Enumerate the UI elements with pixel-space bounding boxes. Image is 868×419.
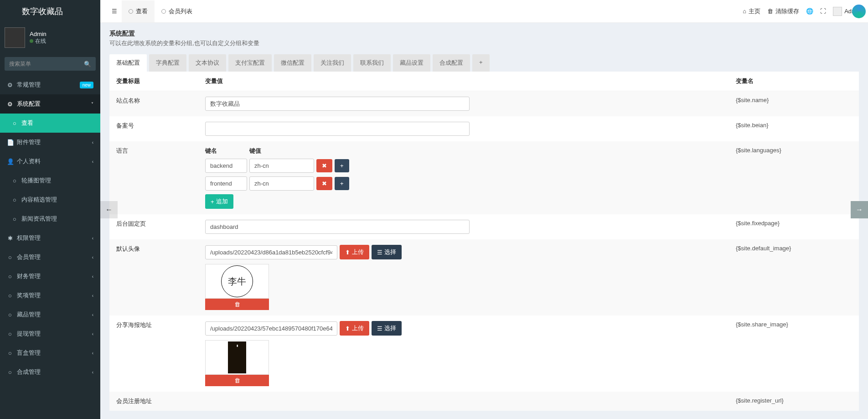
sidebar-item-8[interactable]: ✱权限管理‹	[0, 228, 100, 248]
user-avatar[interactable]	[5, 27, 25, 48]
sidebar-item-15[interactable]: ○合成管理‹	[0, 362, 100, 382]
row-fixedpage-var: {$site.fixedpage}	[731, 214, 859, 239]
header-name: 变量名	[731, 72, 859, 91]
search-icon[interactable]: 🔍	[84, 61, 91, 67]
user-panel: Admin 在线	[0, 23, 100, 52]
sidebar-item-5[interactable]: ○轮播图管理	[0, 171, 100, 190]
select-button[interactable]: ☰选择	[372, 321, 402, 336]
chevron-icon: ‹	[92, 236, 93, 241]
config-tab-7[interactable]: 藏品设置	[393, 54, 430, 72]
clear-cache-link[interactable]: 🗑清除缓存	[767, 7, 799, 16]
language-icon[interactable]: 🌐	[806, 8, 813, 15]
config-tab-5[interactable]: 关注我们	[314, 54, 351, 72]
row-default-image-label: 默认头像	[109, 239, 201, 316]
prev-arrow[interactable]: ←	[100, 201, 118, 218]
plus-icon: +	[340, 162, 344, 169]
sidebar-item-12[interactable]: ○藏品管理‹	[0, 305, 100, 324]
home-icon: ⌂	[743, 8, 746, 15]
menu-label: 藏品管理	[17, 310, 41, 319]
menu-search: 🔍	[5, 57, 96, 71]
menu-label: 内容精选管理	[21, 196, 57, 204]
menu-icon: ○	[11, 177, 18, 184]
delete-image-button[interactable]: 🗑	[205, 375, 269, 386]
menu-label: 会员管理	[17, 253, 41, 261]
menu-search-input[interactable]	[5, 57, 96, 71]
config-tab-0[interactable]: 基础配置	[109, 54, 147, 72]
debug-icon[interactable]	[852, 5, 866, 18]
select-button[interactable]: ☰选择	[372, 245, 402, 259]
hamburger-icon[interactable]: ☰	[107, 8, 122, 15]
sidebar-item-7[interactable]: ○新闻资讯管理	[0, 209, 100, 228]
menu-icon: 📄	[7, 139, 13, 146]
kv-remove-button[interactable]: ✖	[316, 177, 332, 190]
default-image-input[interactable]	[205, 245, 337, 259]
append-button[interactable]: +追加	[205, 194, 233, 209]
sidebar-item-1[interactable]: ⚙系统配置˅	[0, 94, 100, 114]
chevron-icon: ‹	[92, 140, 93, 145]
kv-remove-button[interactable]: ✖	[316, 159, 332, 172]
top-tab-0[interactable]: 查看	[122, 0, 155, 22]
config-tab-8[interactable]: 合成配置	[433, 54, 470, 72]
config-tab-2[interactable]: 文本协议	[189, 54, 226, 72]
plus-icon: +	[340, 180, 344, 187]
kv-val-input[interactable]	[249, 159, 314, 173]
home-link[interactable]: ⌂主页	[743, 7, 760, 16]
user-status: 在线	[30, 37, 46, 45]
circle-icon	[161, 9, 166, 14]
menu-label: 奖项管理	[17, 291, 41, 300]
fullscreen-icon[interactable]: ⛶	[820, 8, 826, 15]
site-name-input[interactable]	[205, 97, 470, 111]
delete-image-button[interactable]: 🗑	[205, 299, 269, 310]
kv-row: ✖+	[205, 176, 727, 191]
share-image-thumb[interactable]: ▮	[205, 340, 269, 375]
upload-icon: ⬆	[345, 325, 350, 332]
fixedpage-input[interactable]	[205, 220, 470, 234]
config-tab-4[interactable]: 微信配置	[274, 54, 311, 72]
menu-icon: ⚙	[7, 82, 13, 88]
sidebar-item-2[interactable]: ○查看	[0, 114, 100, 133]
kv-add-button[interactable]: +	[335, 159, 349, 172]
menu-icon: ○	[11, 216, 18, 222]
row-site-name-label: 站点名称	[109, 91, 201, 117]
default-image-thumb[interactable]: 李牛	[205, 264, 269, 299]
kv-add-button[interactable]: +	[335, 177, 349, 190]
config-tab-3[interactable]: 支付宝配置	[228, 54, 272, 72]
list-icon: ☰	[377, 325, 382, 332]
header-title: 变量标题	[109, 72, 201, 91]
sidebar-item-4[interactable]: 👤个人资料‹	[0, 152, 100, 171]
badge: new	[80, 82, 93, 88]
upload-button[interactable]: ⬆上传	[340, 245, 369, 259]
sidebar-item-3[interactable]: 📄附件管理‹	[0, 133, 100, 152]
kv-key-input[interactable]	[205, 159, 247, 173]
menu-icon: ○	[7, 292, 13, 299]
menu-icon: ✱	[7, 235, 13, 242]
chevron-icon: ‹	[92, 159, 93, 164]
sidebar-item-0[interactable]: ⚙常规管理new	[0, 75, 100, 94]
share-image-input[interactable]	[205, 321, 337, 336]
next-arrow[interactable]: →	[851, 201, 868, 218]
sidebar-item-10[interactable]: ○财务管理‹	[0, 267, 100, 286]
app-logo[interactable]: 数字收藏品	[0, 0, 100, 23]
page-header: 系统配置 可以在此增改系统的变量和分组,也可以自定义分组和变量	[100, 23, 868, 54]
chevron-icon: ‹	[92, 370, 93, 375]
upload-button[interactable]: ⬆上传	[340, 321, 369, 336]
upload-icon: ⬆	[345, 249, 350, 256]
menu-icon: ○	[7, 273, 13, 280]
sidebar-item-9[interactable]: ○会员管理‹	[0, 248, 100, 267]
plus-icon: +	[211, 198, 214, 205]
row-languages-label: 语言	[109, 141, 201, 214]
kv-key-input[interactable]	[205, 176, 247, 191]
row-languages-var: {$site.languages}	[731, 141, 859, 214]
sidebar-item-11[interactable]: ○奖项管理‹	[0, 286, 100, 305]
config-tab-6[interactable]: 联系我们	[353, 54, 391, 72]
kv-key-header: 键名	[205, 147, 247, 155]
top-tab-1[interactable]: 会员列表	[155, 0, 199, 22]
kv-val-input[interactable]	[249, 176, 314, 191]
add-tab-button[interactable]: +	[472, 54, 490, 72]
chevron-icon: ˅	[91, 102, 93, 107]
config-tab-1[interactable]: 字典配置	[149, 54, 186, 72]
beian-input[interactable]	[205, 122, 470, 136]
sidebar-item-13[interactable]: ○提现管理‹	[0, 324, 100, 343]
sidebar-item-6[interactable]: ○内容精选管理	[0, 190, 100, 209]
sidebar-item-14[interactable]: ○盲盒管理‹	[0, 343, 100, 362]
